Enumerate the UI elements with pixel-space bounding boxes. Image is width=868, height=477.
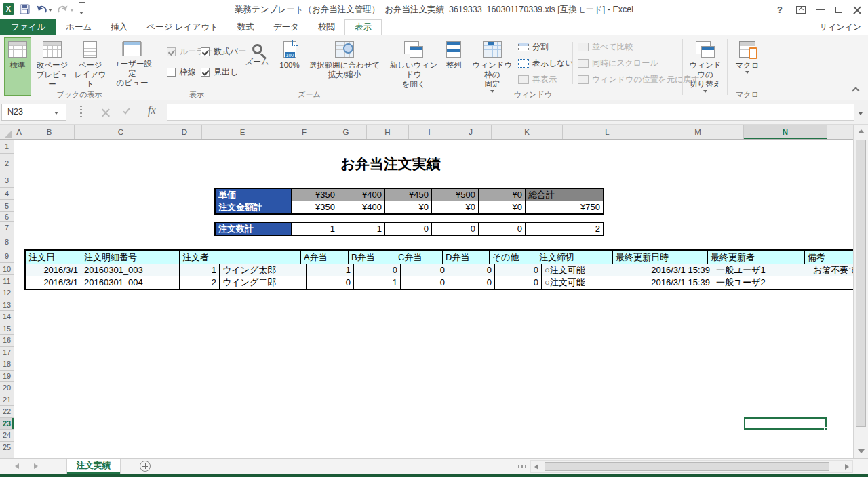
column-header-A[interactable]: A [14, 125, 24, 139]
cell[interactable]: 0 [401, 276, 448, 289]
h-scrollbar[interactable] [530, 460, 853, 473]
enter-icon[interactable] [123, 107, 130, 115]
row-header-23[interactable]: 23 [0, 418, 14, 430]
scroll-right-icon[interactable] [845, 464, 849, 470]
cell[interactable] [810, 276, 853, 289]
tab-formulas[interactable]: 数式 [228, 19, 264, 35]
column-header-K[interactable]: K [492, 125, 563, 139]
row-header-17[interactable]: 17 [0, 347, 14, 359]
row-header-1[interactable]: 1 [0, 140, 14, 154]
cell[interactable]: 2016/3/1 [26, 264, 81, 276]
v-scrollbar-thumb[interactable] [856, 140, 866, 427]
undo-dropdown-caret-icon[interactable] [48, 9, 52, 12]
macros-button[interactable]: マクロ [731, 37, 764, 96]
cell[interactable]: 単価 [216, 189, 292, 201]
row-header-20[interactable]: 20 [0, 382, 14, 394]
zoom-button[interactable]: ズーム [241, 37, 273, 96]
column-header-M[interactable]: M [652, 125, 744, 139]
column-header-G[interactable]: G [326, 125, 367, 139]
cell[interactable]: ¥500 [432, 189, 479, 201]
freeze-panes-button[interactable]: ウィンドウ枠の 固定 [468, 37, 517, 96]
cell[interactable]: 1 [292, 223, 338, 235]
cell[interactable]: ¥0 [432, 201, 479, 213]
row-header-6[interactable]: 6 [0, 212, 14, 222]
cell[interactable]: ウイング太郎 [220, 264, 307, 276]
page-layout-view-button[interactable]: ページ レイアウト [72, 37, 108, 96]
column-header-C[interactable]: C [75, 125, 167, 139]
scroll-up-icon[interactable] [858, 129, 865, 133]
hide-button[interactable]: 表示しない [518, 57, 574, 69]
row-header-25[interactable]: 25 [0, 442, 14, 454]
cell[interactable]: 20160301_004 [81, 276, 180, 289]
row-header-9[interactable]: 9 [0, 249, 14, 263]
formula-input[interactable] [167, 104, 854, 121]
customize-qat-button[interactable] [79, 2, 85, 17]
cell[interactable]: その他 [490, 251, 536, 264]
selection-box[interactable] [744, 417, 827, 430]
normal-view-button[interactable]: 標準 [4, 37, 31, 96]
cell[interactable]: ○注文可能 [542, 264, 618, 276]
new-sheet-button[interactable] [140, 461, 151, 472]
headings-checkbox[interactable]: 見出し [201, 66, 238, 77]
fill-handle[interactable] [824, 427, 827, 430]
cell[interactable]: 0 [401, 264, 448, 276]
minimize-icon[interactable] [816, 9, 825, 10]
cell[interactable]: A弁当 [301, 251, 349, 264]
row-header-10[interactable]: 10 [0, 263, 14, 275]
row-header-22[interactable]: 22 [0, 406, 14, 418]
help-button[interactable]: ? [774, 5, 785, 15]
tab-data[interactable]: データ [264, 19, 309, 35]
row-header-24[interactable]: 24 [0, 430, 14, 442]
column-header-J[interactable]: J [450, 125, 492, 139]
select-all-corner[interactable] [0, 125, 14, 140]
cell[interactable]: 注文明細番号 [81, 251, 180, 264]
sheet-title-cell[interactable]: お弁当注文実績 [255, 154, 526, 173]
cell[interactable]: 0 [354, 264, 401, 276]
zoom-100-button[interactable]: 100% [274, 37, 305, 96]
cell[interactable]: 最終更新者 [708, 251, 805, 264]
scroll-down-icon[interactable] [858, 449, 865, 453]
row-header-14[interactable]: 14 [0, 311, 14, 323]
cell[interactable]: 1 [307, 264, 354, 276]
restore-icon[interactable] [835, 7, 842, 13]
custom-views-button[interactable]: ユーザー設定 のビュー [108, 37, 156, 96]
column-header-B[interactable]: B [24, 125, 75, 139]
name-box-caret-icon[interactable] [54, 112, 58, 115]
cell[interactable]: ¥400 [338, 201, 385, 213]
tab-scrollbar-splitter[interactable] [518, 465, 528, 468]
expand-formula-bar-icon[interactable] [859, 112, 863, 115]
cell[interactable]: ¥450 [385, 189, 432, 201]
column-header-F[interactable]: F [283, 125, 326, 139]
formula-bar-checkbox[interactable]: 数式バー [201, 46, 246, 57]
cell[interactable]: ¥350 [292, 189, 338, 201]
cell[interactable]: ○注文可能 [542, 276, 618, 289]
cell[interactable]: 0 [495, 264, 542, 276]
tab-insert[interactable]: 挿入 [101, 19, 137, 35]
save-button[interactable] [20, 4, 31, 15]
cell[interactable]: 2016/3/1 [26, 276, 81, 289]
cell[interactable]: 総合計 [526, 189, 603, 201]
cell[interactable]: 0 [448, 276, 495, 289]
row-header-15[interactable]: 15 [0, 323, 14, 335]
sheet-nav-right-icon[interactable] [34, 463, 38, 469]
scroll-left-icon[interactable] [534, 464, 538, 470]
cell[interactable]: 20160301_003 [81, 264, 180, 276]
row-header-4[interactable]: 4 [0, 188, 14, 200]
arrange-all-button[interactable]: 整列 [441, 37, 467, 96]
row-header-7[interactable]: 7 [0, 222, 14, 234]
cancel-icon[interactable] [102, 108, 110, 117]
v-scrollbar[interactable] [853, 125, 868, 458]
cell[interactable]: 1 [354, 276, 401, 289]
tab-review[interactable]: 校閲 [309, 19, 344, 35]
row-header-21[interactable]: 21 [0, 394, 14, 407]
ribbon-display-options-icon[interactable] [796, 6, 806, 14]
cell[interactable]: 1 [338, 223, 385, 235]
cell[interactable]: 0 [448, 264, 495, 276]
cell[interactable]: ¥0 [385, 201, 432, 213]
column-header-I[interactable]: I [409, 125, 450, 139]
tab-view[interactable]: 表示 [344, 19, 382, 35]
column-header-L[interactable]: L [563, 125, 652, 139]
row-header-18[interactable]: 18 [0, 358, 14, 371]
close-icon[interactable] [853, 5, 861, 14]
tab-file[interactable]: ファイル [0, 19, 56, 35]
